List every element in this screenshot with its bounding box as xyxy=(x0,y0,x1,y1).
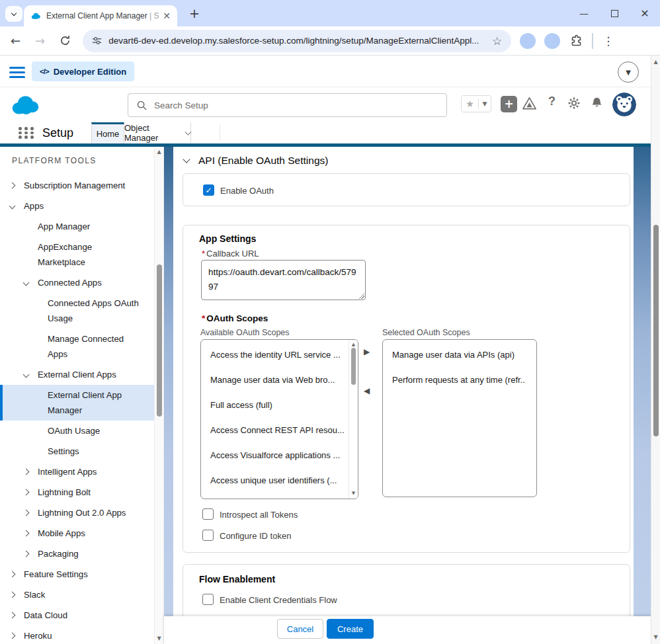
create-button[interactable]: Create xyxy=(327,619,374,639)
window-maximize-button[interactable] xyxy=(599,0,630,26)
chevron-right-icon xyxy=(23,551,30,557)
sidebar-item-packaging[interactable]: Packaging xyxy=(0,543,154,564)
window-minimize-button[interactable]: — xyxy=(569,0,599,26)
sidebar-item-label: Feature Settings xyxy=(24,569,88,579)
scroll-down-icon[interactable]: ▼ xyxy=(155,636,163,641)
bookmark-star-icon[interactable]: ☆ xyxy=(492,34,502,48)
sidebar-item-apps[interactable]: Apps xyxy=(0,196,154,216)
favorites-dropdown-button[interactable]: ▼ xyxy=(479,101,491,107)
scope-option[interactable]: Perform requests at any time (refr... xyxy=(392,376,526,385)
sidebar-item-slack[interactable]: Slack xyxy=(0,584,154,605)
tab-home-label: Home xyxy=(97,129,120,139)
scope-option[interactable]: Manage user data via APIs (api) xyxy=(392,350,526,360)
app-launcher-icon[interactable] xyxy=(19,127,35,139)
help-button[interactable]: ? xyxy=(548,95,556,108)
section-header[interactable]: API (Enable OAuth Settings) xyxy=(184,155,328,167)
sidebar-scrollbar-thumb[interactable] xyxy=(157,264,162,417)
sidebar-item-manage-connected-apps[interactable]: Manage Connected Apps xyxy=(0,329,154,364)
sidebar-scrollbar[interactable]: ▲ ▼ xyxy=(154,147,164,644)
page-scrollbar[interactable]: ▲ ▼ xyxy=(651,56,660,644)
sidebar-item-heroku[interactable]: Heroku xyxy=(0,625,154,644)
page-scrollbar-thumb[interactable] xyxy=(653,225,659,436)
sidebar-item-label: Packaging xyxy=(38,549,79,559)
favorites-star-icon[interactable]: ★ xyxy=(462,99,479,109)
scope-option[interactable]: Full access (full) xyxy=(210,401,347,410)
guidance-center-button[interactable] xyxy=(522,97,537,110)
sidebar-item-settings[interactable]: Settings xyxy=(0,441,154,462)
sidebar-item-oauth-usage[interactable]: OAuth Usage xyxy=(0,421,154,441)
sidebar-item-external-client-apps[interactable]: External Client Apps xyxy=(0,364,154,385)
banner-collapse-button[interactable]: ▼ xyxy=(618,61,639,83)
chevron-right-icon xyxy=(9,182,16,189)
enable-oauth-checkbox[interactable] xyxy=(203,184,214,196)
sidebar-item-label: Data Cloud xyxy=(24,610,67,620)
sidebar-item-app-manager[interactable]: App Manager xyxy=(0,216,154,237)
action-footer: Cancel Create xyxy=(164,616,651,644)
sidebar-item-connected-apps[interactable]: Connected Apps xyxy=(0,272,154,293)
sidebar-item-lightning-bolt[interactable]: Lightning Bolt xyxy=(0,482,154,503)
new-tab-button[interactable]: + xyxy=(186,5,202,21)
hamburger-menu-icon[interactable] xyxy=(9,67,25,78)
browser-menu-button[interactable]: ⋮ xyxy=(602,34,614,48)
listbox-scrollbar-thumb[interactable] xyxy=(351,348,356,385)
sidebar-item-mobile-apps[interactable]: Mobile Apps xyxy=(0,523,154,543)
scope-option[interactable]: Access the identity URL service ... xyxy=(210,350,347,360)
scroll-up-icon[interactable]: ▲ xyxy=(349,342,358,347)
introspect-tokens-checkbox[interactable] xyxy=(202,508,214,520)
configure-id-token-checkbox[interactable] xyxy=(202,530,214,541)
global-header: Search Setup ★ ▼ + ? xyxy=(0,88,651,122)
extensions-button[interactable] xyxy=(570,34,583,47)
browser-tab[interactable]: External Client App Manager | S ✕ xyxy=(24,5,177,26)
sidebar-item-appexchange-marketplace[interactable]: AppExchange Marketplace xyxy=(0,237,154,272)
scope-option[interactable]: Access Visualforce applications ... xyxy=(210,451,347,460)
scope-option[interactable]: Manage user data via Web bro... xyxy=(210,376,347,385)
tab-home[interactable]: Home xyxy=(91,122,124,143)
window-close-button[interactable]: ✕ xyxy=(630,0,660,26)
sidebar-item-label: Lightning Bolt xyxy=(38,487,91,497)
back-button[interactable]: ← xyxy=(11,35,21,47)
move-left-button[interactable]: ◀ xyxy=(364,387,370,395)
profile-circle-1[interactable] xyxy=(520,33,536,49)
move-right-button[interactable]: ▶ xyxy=(364,348,370,356)
available-scopes-listbox[interactable]: Access the identity URL service ...Manag… xyxy=(200,339,358,499)
sidebar-section-title: PLATFORM TOOLS xyxy=(12,156,154,165)
site-settings-icon[interactable] xyxy=(92,36,102,46)
quick-create-button[interactable]: + xyxy=(501,96,517,112)
scroll-up-icon[interactable]: ▲ xyxy=(651,60,660,65)
sidebar-item-connected-apps-oauth-usage[interactable]: Connected Apps OAuth Usage xyxy=(0,293,154,329)
user-avatar[interactable] xyxy=(612,93,636,116)
reload-button[interactable] xyxy=(60,35,71,46)
url-bar[interactable]: devart6-dev-ed.develop.my.salesforce-set… xyxy=(83,30,511,52)
sidebar-item-subscription-management[interactable]: Subscription Management xyxy=(0,175,154,196)
profile-circle-2[interactable] xyxy=(544,33,560,49)
resize-handle[interactable] xyxy=(358,292,364,299)
callback-url-input[interactable]: https://oauth.devart.com/callback/57997 xyxy=(201,260,366,300)
selected-scopes-listbox[interactable]: Manage user data via APIs (api)Perform r… xyxy=(382,339,537,497)
tab-search-button[interactable] xyxy=(5,6,22,22)
listbox-scrollbar[interactable]: ▲ ▼ xyxy=(349,340,358,499)
scroll-down-icon[interactable]: ▼ xyxy=(349,491,358,496)
required-marker: * xyxy=(202,249,205,259)
sidebar-item-lightning-out-2-0-apps[interactable]: Lightning Out 2.0 Apps xyxy=(0,503,154,523)
sidebar-item-external-client-app-manager[interactable]: External Client App Manager xyxy=(0,385,154,421)
scroll-down-icon[interactable]: ▼ xyxy=(651,635,660,640)
chevron-down-icon xyxy=(23,280,30,286)
cancel-button[interactable]: Cancel xyxy=(277,619,323,639)
sidebar-item-feature-settings[interactable]: Feature Settings xyxy=(0,564,154,584)
scope-option[interactable]: Access unique user identifiers (... xyxy=(210,476,347,485)
tab-object-manager[interactable]: Object Manager xyxy=(124,122,191,143)
search-input[interactable]: Search Setup xyxy=(128,93,447,117)
forward-button[interactable]: → xyxy=(35,35,45,47)
sidebar-item-label: App Manager xyxy=(38,221,90,231)
scroll-up-icon[interactable]: ▲ xyxy=(155,149,163,155)
flow-enablement-title: Flow Enablement xyxy=(199,574,275,584)
client-credentials-checkbox[interactable] xyxy=(202,594,214,605)
sidebar-item-data-cloud[interactable]: Data Cloud xyxy=(0,605,154,625)
tab-close-icon[interactable]: ✕ xyxy=(163,11,171,20)
setup-gear-button[interactable] xyxy=(567,97,581,110)
sidebar-item-intelligent-apps[interactable]: Intelligent Apps xyxy=(0,462,154,482)
url-text[interactable]: devart6-dev-ed.develop.my.salesforce-set… xyxy=(108,36,487,46)
selected-scopes-list: Manage user data via APIs (api)Perform r… xyxy=(383,340,536,385)
scope-option[interactable]: Access Connect REST API resou... xyxy=(210,426,347,435)
notifications-button[interactable] xyxy=(591,97,603,109)
